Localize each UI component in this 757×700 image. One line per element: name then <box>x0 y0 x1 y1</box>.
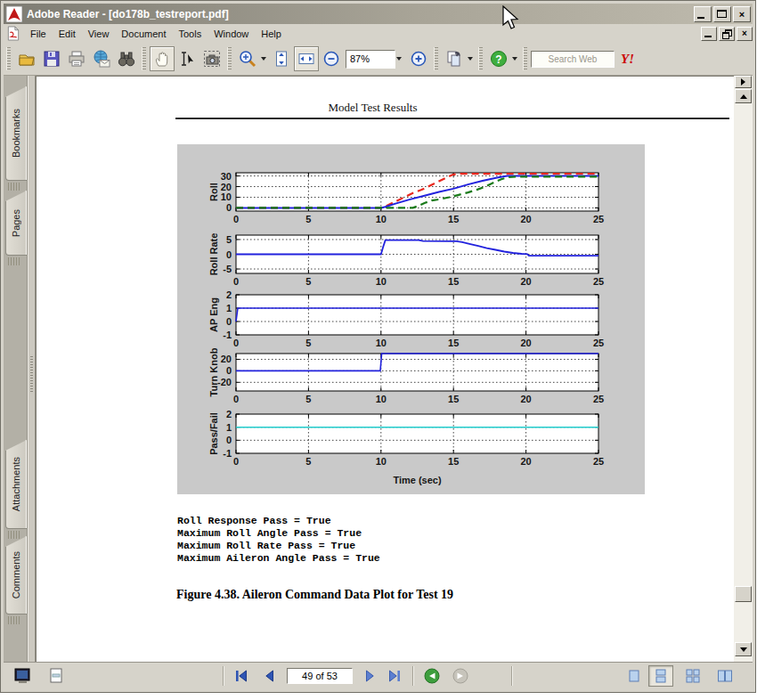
toolbar-grip[interactable] <box>227 47 232 70</box>
zoom-tool-button[interactable] <box>235 46 260 71</box>
toolbar-overflow-button[interactable] <box>735 76 752 88</box>
svg-text:25: 25 <box>593 214 604 224</box>
email-button[interactable] <box>89 46 114 71</box>
continuous-facing-layout-button[interactable] <box>680 665 705 687</box>
scroll-down-button[interactable] <box>735 642 752 656</box>
scroll-up-button[interactable] <box>735 89 752 103</box>
tab-bookmarks[interactable]: Bookmarks <box>5 86 27 181</box>
svg-text:Roll: Roll <box>208 183 219 201</box>
pages-task-dropdown-icon[interactable] <box>468 57 473 61</box>
save-button[interactable] <box>39 46 64 71</box>
zoom-level-dropdown-icon[interactable] <box>396 57 402 61</box>
navigation-tab-strip: Bookmarks Pages Attachments Comments <box>4 76 28 663</box>
zoom-level-input[interactable] <box>346 50 395 69</box>
zoom-out-button[interactable] <box>319 46 344 71</box>
chevron-down-icon <box>740 647 747 652</box>
yahoo-icon[interactable]: Y! <box>621 52 634 67</box>
svg-text:0: 0 <box>233 338 239 348</box>
svg-text:5: 5 <box>305 456 311 467</box>
previous-view-button[interactable] <box>422 668 442 684</box>
tab-grip <box>8 183 21 191</box>
first-page-button[interactable] <box>232 668 251 684</box>
pages-task-button[interactable] <box>442 46 467 71</box>
snapshot-button[interactable] <box>199 46 224 71</box>
svg-text:?: ? <box>495 53 501 66</box>
tab-comments[interactable]: Comments <box>5 536 27 615</box>
svg-text:10: 10 <box>376 394 387 404</box>
svg-text:0: 0 <box>226 316 232 327</box>
facing-layout-button[interactable] <box>712 665 737 687</box>
search-button[interactable] <box>114 46 139 71</box>
toolbar-grip[interactable] <box>142 47 146 70</box>
page-indicator[interactable] <box>287 667 353 683</box>
chevron-up-icon <box>740 94 747 99</box>
menu-window[interactable]: Window <box>208 27 255 41</box>
toolbar-grip[interactable] <box>6 47 11 70</box>
doc-minimize-icon[interactable] <box>701 27 717 41</box>
menu-bar: File Edit View Document Tools Window Hel… <box>4 24 753 44</box>
hand-tool-button[interactable] <box>150 46 175 71</box>
page-size-button[interactable] <box>48 668 64 688</box>
print-button[interactable] <box>64 46 89 71</box>
fit-width-button[interactable] <box>294 46 319 71</box>
menu-tools[interactable]: Tools <box>173 27 208 41</box>
printer-icon <box>67 49 86 69</box>
tab-pages[interactable]: Pages <box>5 191 27 256</box>
pane-splitter[interactable] <box>28 76 36 663</box>
figure-caption: Figure 4.38. Aileron Command Data Plot f… <box>176 588 453 602</box>
svg-text:-1: -1 <box>223 448 232 459</box>
doc-restore-icon[interactable] <box>719 27 735 41</box>
test-results-figure: 05101520250102030Roll0510152025-505Roll … <box>177 144 645 494</box>
svg-text:2: 2 <box>226 289 232 300</box>
svg-text:10: 10 <box>376 276 387 287</box>
svg-text:Time (sec): Time (sec) <box>393 475 442 485</box>
select-text-button[interactable] <box>175 46 199 71</box>
title-bar: Adobe Reader - [do178b_testreport.pdf] × <box>4 4 753 24</box>
toolbar-grip[interactable] <box>523 47 527 70</box>
open-button[interactable] <box>14 46 39 71</box>
email-globe-icon <box>92 49 111 69</box>
previous-page-button[interactable] <box>260 668 280 684</box>
zoom-in-button[interactable] <box>406 46 431 71</box>
vertical-scrollbar[interactable] <box>734 76 753 663</box>
text-select-icon <box>177 49 197 69</box>
menu-help[interactable]: Help <box>255 27 288 41</box>
doc-close-icon[interactable]: × <box>737 27 753 41</box>
next-view-button[interactable] <box>451 668 470 684</box>
maximize-icon[interactable] <box>713 6 731 22</box>
svg-text:10: 10 <box>376 456 387 467</box>
menu-view[interactable]: View <box>82 27 116 41</box>
fit-page-button[interactable] <box>269 46 294 71</box>
previous-view-icon <box>424 668 440 684</box>
zoom-tool-dropdown-icon[interactable] <box>261 57 266 61</box>
continuous-icon <box>653 669 669 683</box>
svg-text:1: 1 <box>226 422 232 433</box>
tab-attachments[interactable]: Attachments <box>5 440 27 529</box>
menu-edit[interactable]: Edit <box>53 27 82 41</box>
svg-text:20: 20 <box>520 394 531 404</box>
svg-text:30: 30 <box>221 171 232 182</box>
svg-text:0: 0 <box>233 456 239 467</box>
svg-text:5: 5 <box>226 234 232 245</box>
svg-text:5: 5 <box>305 338 311 348</box>
menu-document[interactable]: Document <box>115 27 172 41</box>
last-page-button[interactable] <box>385 668 404 684</box>
tab-grip <box>8 531 21 539</box>
svg-text:5: 5 <box>305 276 311 287</box>
next-view-icon <box>452 668 468 684</box>
toolbar-grip[interactable] <box>434 47 438 70</box>
toolbar-grip[interactable] <box>478 47 483 70</box>
divider <box>412 666 414 686</box>
single-page-layout-button[interactable] <box>622 665 647 687</box>
menu-file[interactable]: File <box>24 27 53 41</box>
continuous-layout-button[interactable] <box>648 665 673 687</box>
help-dropdown-icon[interactable] <box>512 57 517 61</box>
close-icon[interactable]: × <box>733 6 751 22</box>
next-page-button[interactable] <box>360 668 379 684</box>
minimize-icon[interactable] <box>694 6 712 22</box>
help-button[interactable]: ? <box>486 46 511 71</box>
scroll-thumb[interactable] <box>735 586 752 602</box>
svg-text:20: 20 <box>520 276 531 287</box>
page-view-button[interactable] <box>14 668 32 688</box>
search-web-input[interactable] <box>531 51 615 68</box>
